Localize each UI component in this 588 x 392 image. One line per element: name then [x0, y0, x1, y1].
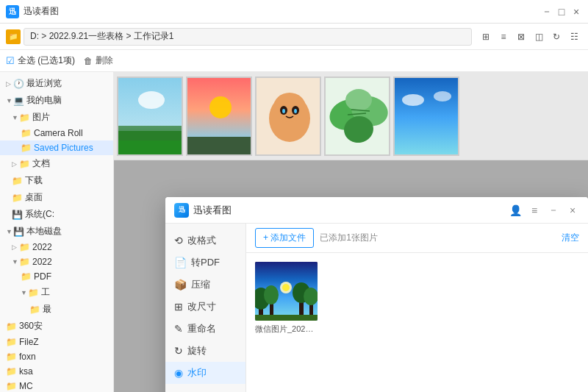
- expand-icon: ▷: [12, 243, 19, 251]
- modal: 迅 迅读看图 👤 ≡ － ×: [165, 197, 588, 392]
- strip-image-3[interactable]: [255, 76, 321, 156]
- selection-bar: ☑ 全选 (已选1项) 🗑 删除: [0, 50, 588, 72]
- modal-sidebar-item-watermark[interactable]: ◉ 水印: [165, 362, 245, 384]
- path-bar: D: > 2022.9.21一些表格 > 工作记录1: [24, 28, 472, 46]
- folder-icon: 📁: [19, 242, 29, 252]
- compress-icon: 📦: [174, 279, 187, 291]
- modal-main: + 添加文件 已添加1张图片 清空: [246, 224, 588, 392]
- sidebar-label: 2022: [32, 242, 52, 252]
- sidebar-item-local-disk[interactable]: ▼ 💾 本地磁盘: [0, 223, 113, 240]
- modal-logo: 迅: [174, 203, 189, 218]
- minimize-button[interactable]: －: [541, 6, 553, 18]
- sidebar-item-mc[interactable]: 📁 MC: [0, 379, 113, 392]
- modal-top-bar: + 添加文件 已添加1张图片 清空: [246, 224, 588, 253]
- modal-sidebar-label: 改格式: [187, 234, 216, 247]
- modal-minimize-button[interactable]: －: [547, 204, 560, 217]
- path-toolbar: 📁 D: > 2022.9.21一些表格 > 工作记录1 ⊞ ≡ ⊠ ◫ ↻ ☷: [0, 24, 588, 50]
- modal-sidebar-item-resize[interactable]: ⊞ 改尺寸: [165, 296, 245, 318]
- sidebar-item-2022b[interactable]: ▼ 📁 2022: [0, 254, 113, 269]
- sidebar-item-saved-pictures[interactable]: 📁 Saved Pictures: [0, 140, 113, 155]
- maximize-button[interactable]: □: [556, 6, 567, 18]
- modal-sidebar-item-pdf[interactable]: 📄 转PDF: [165, 252, 245, 274]
- modal-sidebar-item-rotate[interactable]: ↻ 旋转: [165, 340, 245, 362]
- sidebar-item-work[interactable]: ▼ 📁 工: [0, 284, 113, 301]
- sidebar-item-c-drive[interactable]: 💾 系统(C:: [0, 206, 113, 223]
- delete-button[interactable]: 🗑 删除: [84, 54, 113, 67]
- main-body: ☑ 全选 (已选1项) 🗑 删除 ▷ 🕐 最近浏览 ▼ 💻 我的电脑: [0, 50, 588, 392]
- modal-menu-button[interactable]: ≡: [528, 204, 541, 217]
- sidebar-label: ksa: [19, 366, 33, 377]
- folder-icon: 📁: [6, 321, 16, 332]
- sidebar-item-desktop[interactable]: 📁 桌面: [0, 189, 113, 206]
- sidebar-item-downloads[interactable]: 📁 下载: [0, 172, 113, 189]
- add-file-button[interactable]: + 添加文件: [255, 228, 314, 248]
- sidebar-item-filez[interactable]: 📁 FileZ: [0, 335, 113, 349]
- sidebar-item-docs[interactable]: ▷ 📁 文档: [0, 155, 113, 172]
- image-item[interactable]: 微信图片_20221024114...: [255, 262, 318, 335]
- sidebar-label: 本地磁盘: [26, 225, 62, 238]
- strip-image-4[interactable]: [324, 76, 390, 156]
- modal-close-button[interactable]: ×: [566, 204, 579, 217]
- zoom-in-button[interactable]: ⊠: [513, 29, 529, 45]
- strip-image-2[interactable]: [186, 76, 252, 156]
- modal-sidebar-item-rename[interactable]: ✎ 重命名: [165, 318, 245, 340]
- sidebar-label: 下载: [25, 174, 43, 187]
- select-all[interactable]: ☑ 全选 (已选1项): [6, 54, 75, 67]
- sidebar-label: 工: [41, 286, 50, 299]
- sidebar-item-foxn[interactable]: 📁 foxn: [0, 349, 113, 364]
- folder-icon: 📁: [19, 257, 29, 267]
- svg-point-14: [282, 109, 285, 113]
- top-section: ▷ 🕐 最近浏览 ▼ 💻 我的电脑 ▼ 📁 图片 📁 Camera Roll: [0, 72, 588, 392]
- grid-view-button[interactable]: ⊞: [478, 29, 494, 45]
- strip-image-5[interactable]: [393, 76, 459, 156]
- modal-sidebar-label: 水印: [187, 366, 207, 379]
- folder-icon: 📁: [29, 304, 40, 315]
- watermark-icon: ◉: [174, 367, 183, 379]
- modal-body: ⟲ 改格式 📄 转PDF 📦 压缩: [165, 224, 588, 392]
- folder-icon: 📁: [6, 352, 16, 362]
- sidebar-item-mypc[interactable]: ▼ 💻 我的电脑: [0, 92, 113, 109]
- settings-button[interactable]: ☷: [566, 29, 582, 45]
- rotate-icon: ↻: [174, 345, 183, 357]
- svg-rect-23: [395, 78, 459, 156]
- svg-point-24: [402, 94, 424, 106]
- title-bar: 迅 迅读看图 － □ ×: [0, 0, 588, 24]
- expand-icon: ▼: [12, 114, 19, 121]
- svg-point-28: [282, 284, 290, 291]
- delete-icon: 🗑: [84, 56, 93, 66]
- expand-icon: ▼: [6, 97, 13, 104]
- svg-point-32: [264, 285, 279, 304]
- modal-overlay: 迅 迅读看图 👤 ≡ － ×: [114, 160, 588, 392]
- modal-sidebar-label: 压缩: [191, 278, 210, 291]
- sidebar-item-ksa[interactable]: 📁 ksa: [0, 364, 113, 379]
- strip-image-1[interactable]: [117, 76, 183, 156]
- title-bar-controls: － □ ×: [541, 6, 582, 18]
- resize-icon: ⊞: [174, 301, 183, 313]
- modal-sidebar-item-compress[interactable]: 📦 压缩: [165, 274, 245, 296]
- sidebar-item-360[interactable]: 📁 360安: [0, 318, 113, 335]
- close-button[interactable]: ×: [570, 6, 582, 18]
- sidebar-item-pictures[interactable]: ▼ 📁 图片: [0, 109, 113, 126]
- sidebar-item-pdf[interactable]: 📁 PDF: [0, 269, 113, 284]
- sidebar-label: Camera Roll: [34, 128, 83, 138]
- sidebar-label: 我的电脑: [26, 94, 62, 107]
- folder-icon: 📁: [6, 381, 16, 391]
- sidebar-label: MC: [19, 381, 33, 391]
- sidebar-item-2022a[interactable]: ▷ 📁 2022: [0, 240, 113, 254]
- sidebar-item-latest[interactable]: 📁 最: [0, 301, 113, 318]
- modal-user-button[interactable]: 👤: [509, 204, 522, 217]
- modal-title: 迅读看图: [193, 204, 509, 217]
- image-strip: [114, 72, 588, 160]
- sidebar-label: Saved Pictures: [34, 143, 93, 153]
- crop-button[interactable]: ◫: [531, 29, 547, 45]
- list-view-button[interactable]: ≡: [495, 29, 512, 45]
- rotate-button[interactable]: ↻: [548, 29, 564, 45]
- svg-point-15: [294, 109, 297, 113]
- sidebar-label: 图片: [32, 111, 50, 124]
- clear-button[interactable]: 清空: [562, 232, 579, 244]
- sidebar-item-camera-roll[interactable]: 📁 Camera Roll: [0, 126, 113, 140]
- app-logo: 迅: [6, 5, 19, 18]
- modal-sidebar-item-format[interactable]: ⟲ 改格式: [165, 229, 245, 252]
- sidebar-item-recent[interactable]: ▷ 🕐 最近浏览: [0, 75, 113, 92]
- modal-title-bar: 迅 迅读看图 👤 ≡ － ×: [165, 197, 588, 224]
